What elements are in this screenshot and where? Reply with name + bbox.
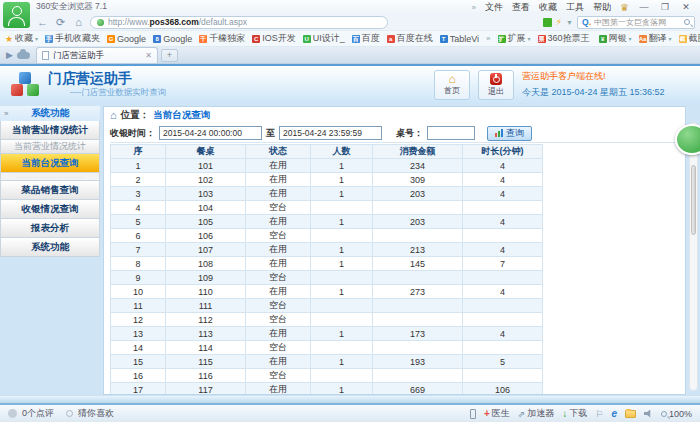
vertical-scrollbar[interactable]: [689, 122, 698, 391]
bookmark-favicon: U: [303, 35, 311, 43]
booster-button[interactable]: ⇗加速器: [518, 407, 555, 420]
vip-crown-icon[interactable]: ♛: [620, 2, 629, 13]
toolbar-plugin-item[interactable]: 票 360抢票王: [538, 32, 592, 45]
reviews-count[interactable]: 0个点评: [22, 407, 54, 420]
refresh-icon[interactable]: ⟳: [54, 16, 67, 28]
sidebar-header[interactable]: » 系统功能: [0, 106, 100, 121]
search-input[interactable]: Q. 中国第一女巨贪落网: [577, 16, 695, 29]
zoom-control[interactable]: 100%: [661, 409, 692, 419]
bookmark-item[interactable]: a 百度在线: [387, 32, 433, 45]
toolbar-plugin-item[interactable]: 截 截图 ▾: [679, 32, 700, 45]
ie-compat-icon[interactable]: e: [611, 408, 617, 419]
speed-mode-icon[interactable]: ⚡: [556, 17, 562, 27]
cell-duration: 106: [463, 383, 543, 396]
menu-view[interactable]: 查看: [512, 1, 530, 14]
time-from-input[interactable]: [159, 126, 262, 140]
table-row: 8 108 在用 1 145 7: [111, 257, 543, 271]
restore-button[interactable]: ❐: [659, 2, 671, 12]
url-field[interactable]: http://www.pos368.com/default.aspx: [90, 16, 388, 29]
main-panel: ⌂ 位置： 当前台况查询 收银时间： 至 桌号： 查询: [103, 106, 686, 395]
menu-favorites[interactable]: 收藏: [539, 1, 557, 14]
speaker-icon[interactable]: [644, 410, 653, 418]
mobile-icon[interactable]: [470, 409, 476, 419]
close-button[interactable]: ✕: [680, 2, 692, 12]
toolbar-plugin-item[interactable]: ¥ 网银 ▾: [599, 32, 632, 45]
back-icon[interactable]: ←: [36, 16, 49, 28]
desk-number-input[interactable]: [427, 126, 475, 140]
tab-bar: ▶ 门店营运助手 ✕ +: [0, 47, 700, 64]
web-page: 门店营运助手 ----门店营业数据实时查询 ⌂ 首页 退出 营运助手客户端在线!…: [0, 64, 700, 403]
cell-table-no: 108: [166, 257, 246, 271]
sidebar-menu-item[interactable]: 菜品销售查询: [0, 181, 100, 200]
tab-close-icon[interactable]: ✕: [145, 51, 152, 60]
bookmarks-overflow-chevron[interactable]: »: [486, 34, 490, 43]
new-tab-button[interactable]: +: [161, 49, 178, 62]
home-page-button[interactable]: ⌂ 首页: [434, 70, 470, 100]
cell-status: 在用: [246, 383, 311, 396]
minimize-button[interactable]: —: [638, 2, 650, 12]
search-icon[interactable]: [684, 19, 690, 25]
cell-table-no: 110: [166, 285, 246, 299]
folder-icon[interactable]: [625, 410, 636, 418]
app-logo-cubes-icon: [10, 72, 40, 98]
chevron-down-icon[interactable]: ▼: [566, 19, 573, 26]
user-avatar-icon[interactable]: [3, 2, 30, 28]
toolbar-plugin-item[interactable]: 扩 扩展 ▾: [498, 32, 531, 45]
bookmark-favicon: G: [107, 35, 115, 43]
breadcrumb-home-icon[interactable]: ⌂: [110, 110, 117, 121]
menu-overflow-chevron[interactable]: »: [472, 3, 476, 12]
collapse-icon[interactable]: »: [4, 109, 8, 118]
app-title-block: 门店营运助手 ----门店营业数据实时查询: [48, 71, 166, 99]
scrollbar-thumb[interactable]: [691, 165, 696, 235]
bookmark-item[interactable]: U UI设计_: [303, 32, 345, 45]
exit-button[interactable]: 退出: [478, 70, 514, 100]
column-header: 餐桌: [166, 145, 246, 159]
cell-status: 空台: [246, 313, 311, 327]
extension-icon[interactable]: [543, 18, 552, 27]
cell-guests: [311, 271, 373, 285]
cell-duration: 4: [463, 243, 543, 257]
bookmark-item[interactable]: T TableVi: [440, 32, 479, 45]
sidebar-menu-item[interactable]: 报表分析: [0, 219, 100, 238]
cell-table-no: 116: [166, 369, 246, 383]
menu-help[interactable]: 帮助: [593, 1, 611, 14]
bookmark-item[interactable]: G Google: [107, 32, 146, 45]
restore-session-icon[interactable]: ▶: [6, 50, 13, 60]
cell-guests: 1: [311, 187, 373, 201]
sidebar-menu-item[interactable]: ·······················: [0, 173, 100, 181]
menu-tools[interactable]: 工具: [566, 1, 584, 14]
toolbar-plugin-item[interactable]: Aa 翻译 ▾: [639, 32, 672, 45]
bookmark-item[interactable]: C IOS开发: [252, 32, 296, 45]
download-button[interactable]: ↓下载: [562, 407, 587, 420]
sidebar-menu-item[interactable]: 收银情况查询: [0, 200, 100, 219]
flag-icon[interactable]: ⚐: [595, 409, 603, 419]
time-to-input[interactable]: [279, 126, 382, 140]
comment-icon[interactable]: [8, 409, 17, 418]
tab-active[interactable]: 门店营运助手 ✕: [36, 47, 158, 63]
search-hotword[interactable]: 中国第一女巨贪落网: [594, 17, 681, 28]
favorites-button[interactable]: ★ 收藏 ▾: [5, 32, 38, 45]
suggest-icon[interactable]: [66, 410, 73, 417]
sidebar-menu-item[interactable]: 当前营业情况统计: [0, 140, 100, 154]
menu-file[interactable]: 文件: [485, 1, 503, 14]
bookmark-item[interactable]: 百 百度: [352, 32, 380, 45]
home-icon[interactable]: ⌂: [72, 16, 85, 28]
bookmark-item[interactable]: 8 Google: [153, 32, 192, 45]
suggest-label[interactable]: 猜你喜欢: [78, 407, 114, 420]
sidebar-menu-item[interactable]: 当前营业情况统计: [0, 121, 100, 140]
cell-table-no: 102: [166, 173, 246, 187]
doctor-button[interactable]: +医生: [484, 407, 510, 420]
cloud-sync-icon[interactable]: [17, 52, 30, 59]
bookmark-item[interactable]: 手 手机收藏夹: [45, 32, 100, 45]
cell-table-no: 105: [166, 215, 246, 229]
cell-guests: 1: [311, 383, 373, 396]
sidebar-menu-item[interactable]: 系统功能: [0, 238, 100, 257]
cell-table-no: 112: [166, 313, 246, 327]
table-row: 1 101 在用 1 234 4: [111, 159, 543, 173]
site-safety-icon: [97, 19, 104, 26]
sidebar-menu-item[interactable]: 当前台况查询: [0, 154, 100, 173]
query-button[interactable]: 查询: [487, 126, 532, 141]
bookmark-item[interactable]: 千 千橡独家: [199, 32, 245, 45]
caret-down-icon: ▾: [528, 35, 531, 42]
cell-amount: [373, 201, 463, 215]
